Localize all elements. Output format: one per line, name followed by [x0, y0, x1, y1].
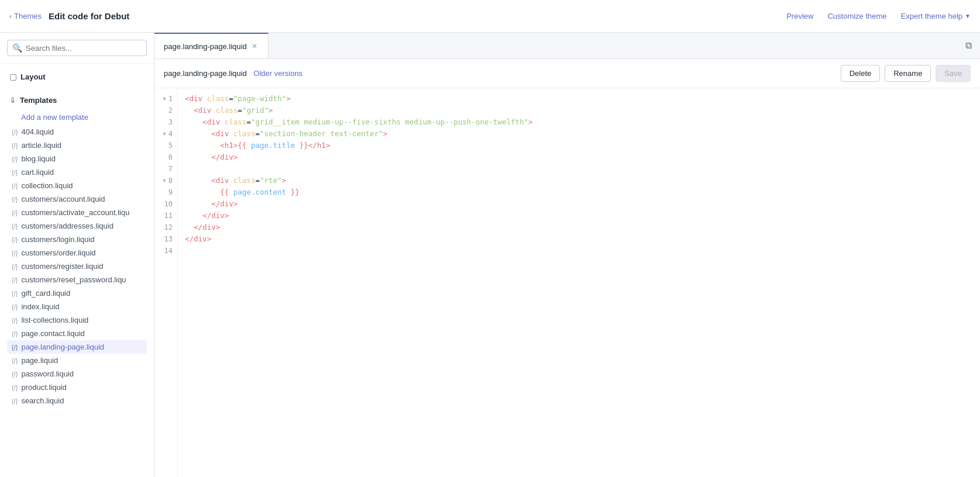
- back-label: Themes: [14, 12, 42, 20]
- file-name: page.landing-page.liquid: [21, 343, 104, 351]
- customize-theme-button[interactable]: Customize theme: [827, 12, 886, 20]
- line-number: 5: [154, 140, 177, 151]
- file-name: customers/account.liquid: [21, 195, 105, 203]
- search-input[interactable]: [26, 44, 142, 53]
- code-line[interactable]: <div class="grid">: [185, 105, 973, 116]
- file-item[interactable]: {/}product.liquid: [7, 381, 147, 394]
- search-input-wrap[interactable]: 🔍: [7, 40, 147, 56]
- line-number: ▼8: [154, 175, 177, 186]
- code-line[interactable]: [185, 245, 973, 257]
- line-number: 11: [154, 210, 177, 222]
- code-line[interactable]: </div>: [185, 210, 973, 222]
- file-icon: {/}: [12, 357, 18, 364]
- file-name: list-collections.liquid: [21, 316, 88, 324]
- templates-label: Templates: [20, 96, 57, 105]
- add-template-link[interactable]: Add a new template: [7, 110, 147, 124]
- fold-arrow[interactable]: ▼: [163, 175, 166, 186]
- code-line[interactable]: [185, 163, 973, 175]
- back-arrow-icon: ‹: [9, 12, 12, 20]
- tabs-bar: page.landing-page.liquid ✕ ⧉: [154, 33, 980, 59]
- file-icon: {/}: [12, 398, 18, 405]
- layout-section-label: Layout: [20, 72, 46, 81]
- code-editor[interactable]: ▼123▼4567▼891011121314 <div class="page-…: [154, 88, 980, 477]
- code-line[interactable]: </div>: [185, 233, 973, 245]
- file-name: customers/order.liquid: [21, 248, 95, 257]
- file-icon: {/}: [12, 169, 18, 176]
- file-item[interactable]: {/}blog.liquid: [7, 152, 147, 165]
- file-item[interactable]: {/}customers/register.liquid: [7, 260, 147, 273]
- file-item[interactable]: {/}collection.liquid: [7, 179, 147, 192]
- chevron-down-icon: ▼: [965, 13, 971, 19]
- editor-file-info: page.landing-page.liquid Older versions: [164, 69, 302, 78]
- code-line[interactable]: <div class="grid__item medium-up--five-s…: [185, 116, 973, 128]
- file-name: product.liquid: [21, 383, 66, 392]
- file-icon: {/}: [12, 223, 18, 230]
- save-button[interactable]: Save: [936, 65, 971, 82]
- code-content[interactable]: <div class="page-width"> <div class="gri…: [178, 88, 980, 477]
- templates-section-header: ⇓ Templates: [0, 87, 154, 110]
- file-item[interactable]: {/}list-collections.liquid: [7, 313, 147, 327]
- file-name: cart.liquid: [21, 168, 54, 177]
- file-item[interactable]: {/}index.liquid: [7, 300, 147, 313]
- file-icon: {/}: [12, 290, 18, 297]
- expert-help-button[interactable]: Expert theme help ▼: [901, 12, 971, 20]
- code-line[interactable]: {{ page.content }}: [185, 186, 973, 198]
- file-item[interactable]: {/}customers/order.liquid: [7, 246, 147, 260]
- code-line[interactable]: <div class="page-width">: [185, 93, 973, 105]
- file-item[interactable]: {/}article.liquid: [7, 139, 147, 152]
- older-versions-link[interactable]: Older versions: [253, 69, 302, 78]
- file-icon: {/}: [12, 263, 18, 270]
- file-name: customers/reset_password.liqu: [21, 275, 126, 284]
- file-item[interactable]: {/}password.liquid: [7, 367, 147, 381]
- file-icon: {/}: [12, 250, 18, 257]
- file-item[interactable]: {/}gift_card.liquid: [7, 286, 147, 300]
- templates-header[interactable]: ⇓ Templates: [7, 92, 147, 108]
- line-numbers: ▼123▼4567▼891011121314: [154, 88, 178, 477]
- file-name: customers/activate_account.liqu: [21, 208, 129, 217]
- file-item[interactable]: {/}page.liquid: [7, 354, 147, 367]
- file-item[interactable]: {/}customers/activate_account.liqu: [7, 206, 147, 219]
- code-line[interactable]: <div class="rte">: [185, 175, 973, 186]
- file-list: {/}404.liquid{/}article.liquid{/}blog.li…: [7, 125, 147, 407]
- tab-landing-page[interactable]: page.landing-page.liquid ✕: [154, 33, 269, 58]
- file-item[interactable]: {/}customers/account.liquid: [7, 192, 147, 206]
- line-number: ▼4: [154, 128, 177, 140]
- file-name: page.liquid: [21, 356, 58, 365]
- line-number: 3: [154, 116, 177, 128]
- file-item[interactable]: {/}customers/reset_password.liqu: [7, 273, 147, 286]
- sidebar: 🔍 ▢ Layout ⇓ Templates Add a new templat…: [0, 33, 154, 477]
- file-name: article.liquid: [21, 141, 61, 150]
- file-item[interactable]: {/}page.contact.liquid: [7, 327, 147, 340]
- topbar-right: Preview Customize theme Expert theme hel…: [786, 12, 971, 20]
- file-icon: {/}: [12, 344, 18, 351]
- code-line[interactable]: <div class="section-header text-center">: [185, 128, 973, 140]
- file-icon: {/}: [12, 209, 18, 216]
- main-layout: 🔍 ▢ Layout ⇓ Templates Add a new templat…: [0, 33, 980, 477]
- file-item[interactable]: {/}customers/login.liquid: [7, 233, 147, 246]
- rename-button[interactable]: Rename: [885, 65, 931, 82]
- code-line[interactable]: </div>: [185, 198, 973, 210]
- file-name: customers/addresses.liquid: [21, 222, 114, 230]
- file-item[interactable]: {/}search.liquid: [7, 394, 147, 407]
- file-icon: {/}: [12, 236, 18, 243]
- file-name: customers/login.liquid: [21, 235, 94, 244]
- layout-section-header[interactable]: ▢ Layout: [7, 68, 147, 85]
- tab-close-icon[interactable]: ✕: [250, 41, 259, 51]
- file-name: 404.liquid: [21, 127, 54, 136]
- line-number: 13: [154, 233, 177, 245]
- file-item[interactable]: {/}customers/addresses.liquid: [7, 219, 147, 233]
- line-number: 9: [154, 186, 177, 198]
- search-area: 🔍: [0, 33, 154, 64]
- file-item[interactable]: {/}page.landing-page.liquid: [7, 340, 147, 354]
- fold-arrow[interactable]: ▼: [163, 93, 166, 105]
- fold-arrow[interactable]: ▼: [163, 128, 166, 140]
- delete-button[interactable]: Delete: [841, 65, 881, 82]
- file-item[interactable]: {/}404.liquid: [7, 125, 147, 139]
- code-line[interactable]: <h1>{{ page.title }}</h1>: [185, 140, 973, 151]
- back-to-themes-link[interactable]: ‹ Themes: [9, 12, 42, 20]
- code-line[interactable]: </div>: [185, 222, 973, 233]
- file-item[interactable]: {/}cart.liquid: [7, 165, 147, 179]
- code-line[interactable]: </div>: [185, 151, 973, 163]
- preview-button[interactable]: Preview: [786, 12, 813, 20]
- expand-icon[interactable]: ⧉: [957, 40, 980, 51]
